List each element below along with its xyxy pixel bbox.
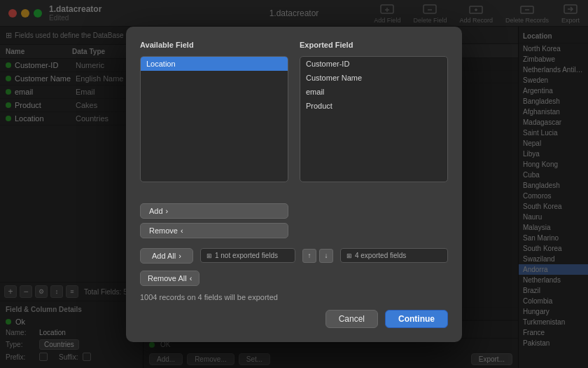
exported-panel-title: Exported Field [300,41,448,49]
remove-all-btn[interactable]: Remove All ‹ [140,271,200,286]
remove-all-row: Remove All ‹ [140,271,448,286]
exported-item-customer-id[interactable]: Customer-ID [300,57,447,71]
export-modal: Available Field Location Add › Remove ‹ [126,27,462,342]
continue-button[interactable]: Continue [385,310,448,328]
modal-footer: Cancel Continue [140,310,448,328]
remove-all-chevron-icon: ‹ [190,274,192,282]
add-all-btn[interactable]: Add All › [140,248,193,264]
add-btn[interactable]: Add › [140,203,288,219]
available-item-location[interactable]: Location [141,57,288,71]
modal-info-text: 1004 records on 4 fields will be exporte… [140,293,448,301]
exported-item-product[interactable]: Product [300,99,447,113]
not-exported-row: ⊞ 1 not exported fields [200,248,295,263]
grid-icon-small: ⊞ [206,252,212,259]
add-btn-label: Add [149,207,163,215]
add-all-chevron-icon: › [178,252,181,260]
remove-all-label: Remove All [148,274,187,282]
exported-item-customer-name[interactable]: Customer Name [300,71,447,85]
up-arrow-btn[interactable]: ↑ [302,249,316,263]
add-all-label: Add All [152,252,176,260]
remove-btn-label: Remove [149,226,178,235]
arrow-btns: ↑ ↓ [302,249,333,263]
exported-field-panel: Exported Field Customer-ID Customer Name… [300,41,448,238]
modal-overlay: Available Field Location Add › Remove ‹ [0,0,588,368]
add-remove-btns: Add › Remove ‹ [140,203,288,238]
remove-chevron-icon: ‹ [181,226,183,235]
not-exported-count: 1 not exported fields [215,252,278,259]
grid-icon-small2: ⊞ [346,252,352,259]
down-arrow-btn[interactable]: ↓ [319,249,333,263]
exported-count: 4 exported fields [355,252,406,259]
available-field-panel: Available Field Location Add › Remove ‹ [140,41,288,238]
not-exported-count-box: ⊞ 1 not exported fields [200,248,295,263]
available-panel-title: Available Field [140,41,288,49]
add-chevron-icon: › [166,207,169,215]
add-all-row: Add All › ⊞ 1 not exported fields ↑ ↓ ⊞ … [140,248,448,264]
exported-item-email[interactable]: email [300,85,447,99]
cancel-button[interactable]: Cancel [326,310,378,328]
modal-panels: Available Field Location Add › Remove ‹ [140,41,448,238]
remove-btn[interactable]: Remove ‹ [140,223,288,238]
exported-count-box: ⊞ 4 exported fields [340,248,448,263]
exported-field-list: Customer-ID Customer Name email Product [300,56,448,182]
available-field-list: Location [140,56,288,182]
